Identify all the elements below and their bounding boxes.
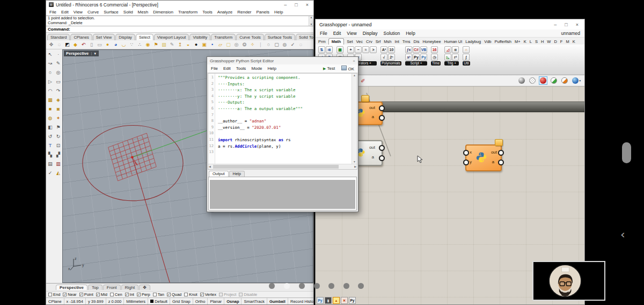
addition-icon[interactable]: + [347,46,354,53]
toolbar-tab-select[interactable]: Select [136,34,153,40]
gh-menu-edit[interactable]: Edit [333,31,341,36]
checkbox-icon[interactable] [219,293,223,296]
toggle-ortho[interactable]: Ortho [193,298,208,304]
checkbox-icon[interactable]: ✓ [63,293,67,296]
input-nub[interactable] [463,159,469,165]
gem-icon[interactable]: ✧ [249,41,256,48]
ring-icon[interactable]: ◎ [233,41,240,48]
code-text[interactable]: """Provides a scripting component.····In… [215,74,352,164]
rhino-menu-curve[interactable]: Curve [87,10,99,14]
active-widget-icon[interactable]: ▲ [333,297,340,304]
carousel-dot[interactable] [269,283,275,289]
toolbar-tab-standard[interactable]: Standard [47,34,70,40]
rhino-menu-help[interactable]: Help [274,10,283,14]
dot-icon[interactable]: • [209,41,216,48]
editor-menu-tools[interactable]: Tools [236,66,246,71]
gh-menu-display[interactable]: Display [363,31,378,36]
wireframe-preview-icon[interactable] [528,76,537,85]
gh-tab-s[interactable]: S [535,39,538,45]
dark-widget-icon[interactable]: ▮ [325,297,332,304]
editor-titlebar[interactable]: Grasshopper Python Script Editor × [207,57,358,64]
carousel-dot[interactable] [358,283,364,289]
gh-tab-vdb[interactable]: Vdb [484,39,492,45]
surface-icon[interactable]: ◆ [72,41,79,48]
output-nub[interactable] [498,150,504,156]
osnap-near[interactable]: ✓Near [63,292,76,297]
rhino-menu-surface[interactable]: Surface [104,10,119,14]
spray-icon[interactable]: ∵ [128,41,135,48]
python-dark-icon[interactable]: Py [349,297,356,304]
larger-than-icon[interactable]: > [370,46,377,53]
sketch-pen-icon[interactable]: ✐ [361,78,365,84]
polygon-tool-icon[interactable]: ▷ [47,78,54,85]
pen-icon[interactable]: ✎ [169,41,175,48]
osnap-knot[interactable]: Knot [184,292,197,297]
checkbox-icon[interactable]: ✓ [167,293,171,296]
csharp-script-icon[interactable]: C# [413,46,420,53]
command-history[interactable]: ▲▼ 1 point added to selection.Command: _… [46,16,313,26]
rhino-menu-tools[interactable]: Tools [202,10,213,14]
vertical-scrollbar[interactable]: ▲▼ [352,74,357,164]
patch-icon[interactable]: ◈ [55,97,62,103]
toolbar-tab-viewport-layout[interactable]: Viewport Layout [154,34,189,40]
scroll-down-icon[interactable]: ▼ [353,160,356,164]
arc-tool-icon[interactable]: ◠ [47,88,54,94]
select-points-icon[interactable]: ✥ [48,41,55,48]
square-root-icon[interactable]: √ [380,54,387,61]
disc-icon[interactable]: ◉ [144,41,151,48]
grid-icon[interactable]: ▦ [336,46,343,53]
gh-tab-prm[interactable]: Prm [318,39,326,45]
maximize-icon[interactable]: □ [565,22,567,27]
point-icon[interactable]: ∙ [55,51,62,57]
toggle-grid-snap[interactable]: Grid Snap [170,298,193,304]
mirror-tool-icon[interactable]: ▞ [55,151,62,158]
divider[interactable]: | [257,41,264,48]
status-millimeters[interactable]: Millimeters [124,298,148,304]
gh-tab-srf[interactable]: Srf [375,39,382,45]
rectangle-tool-icon[interactable]: ▭ [55,78,62,85]
boolean-tool-icon[interactable]: ✦ [55,115,62,121]
series-icon[interactable]: ⇉ [326,46,333,53]
expression-icon[interactable]: ƒx [405,46,412,53]
rhino-menu-mesh[interactable]: Mesh [138,10,149,14]
editor-menu-file[interactable]: File [211,66,218,71]
viewport-tab-[interactable]: ✥ [139,285,150,290]
hsv-16-icon[interactable]: 16 [431,46,438,53]
maximize-icon[interactable]: □ [295,2,297,8]
checkbox-icon[interactable] [110,293,114,296]
black-sphere-icon[interactable]: ● [193,41,200,48]
gh-tab-dis[interactable]: Dis [413,39,420,45]
r-squared-icon[interactable]: r² [452,54,459,61]
checkbox-icon[interactable]: ✓ [79,293,83,296]
checkbox-icon[interactable] [48,293,52,296]
toolbar-tab-transform[interactable]: Transform [211,34,236,40]
move-icon[interactable]: ↥ [177,41,184,48]
toggle-osnap[interactable]: Osnap [224,298,241,304]
gh-menu-file[interactable]: File [320,31,327,36]
test-button[interactable]: ▶ Test [323,66,335,71]
webcam-overlay[interactable] [532,261,605,301]
box-icon[interactable]: ▣ [201,41,208,48]
ghpython-icon[interactable]: Py [420,54,427,61]
toolbar-tab-curve-tools[interactable]: Curve Tools [236,34,264,40]
rotate-cw-icon[interactable]: ↻ [55,133,62,140]
similarity-icon[interactable]: ≈ [362,46,369,53]
gh-tab-m[interactable]: M [565,39,569,45]
half-sphere-icon[interactable]: ◒ [185,41,192,48]
gh-tab-msh[interactable]: Msh [383,39,392,45]
editor-menu-mode[interactable]: Mode [251,66,262,71]
input-nub[interactable] [463,150,469,156]
rhino-menu-render[interactable]: Render [237,10,251,14]
toolbar-tab-set-view[interactable]: Set View [93,34,115,40]
minimize-icon[interactable]: – [284,2,287,8]
carousel-dot[interactable] [299,283,305,289]
checkbox-icon[interactable] [184,293,188,296]
square-icon[interactable]: A² [380,46,387,53]
minimize-icon[interactable]: – [554,22,557,27]
scroll-right-icon[interactable]: ▶ [354,165,356,168]
vb-script-icon[interactable]: VB [420,46,427,53]
rhino-menu-transform[interactable]: Transform [178,10,197,14]
osnap-quad[interactable]: ✓Quad [167,292,181,297]
scroll-up-icon[interactable]: ▲ [353,74,356,77]
cylinder-tool-icon[interactable]: ◍ [47,115,54,121]
